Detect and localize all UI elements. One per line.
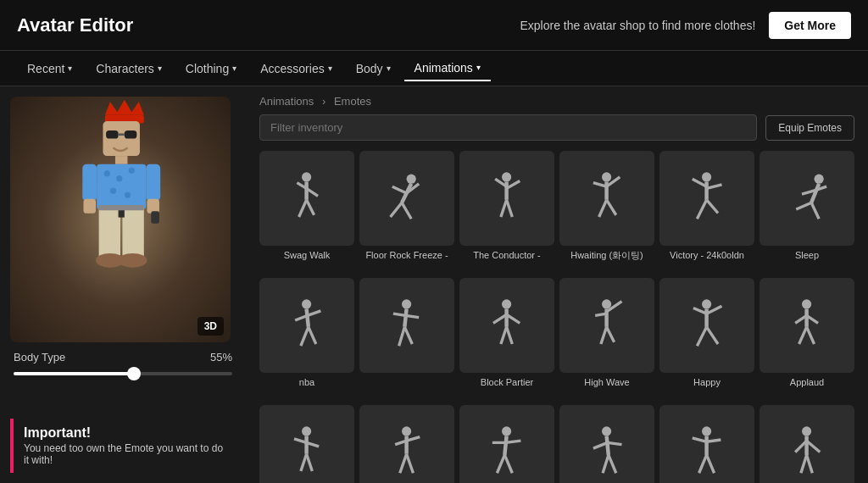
emote-block-partier[interactable]: Block Partier <box>459 278 554 400</box>
emote-card <box>359 278 454 373</box>
emote-row3-6[interactable] <box>760 405 854 483</box>
body-type-slider[interactable] <box>10 372 236 375</box>
emote-figure-icon <box>478 169 535 226</box>
svg-point-48 <box>702 173 711 182</box>
avatar-preview: 3D <box>10 97 231 342</box>
svg-point-9 <box>116 175 122 181</box>
emote-row3-2[interactable] <box>359 405 454 483</box>
emote-label: Sleep <box>795 249 819 273</box>
emotes-grid: Swag Walk Floor Rock Freeze - <box>259 151 854 483</box>
emote-label: Block Partier <box>481 376 533 400</box>
emote-swag-walk[interactable]: Swag Walk <box>259 151 354 273</box>
svg-point-12 <box>125 192 131 197</box>
svg-line-77 <box>507 327 513 344</box>
body-type-label: Body Type <box>14 351 65 364</box>
svg-line-106 <box>400 454 407 473</box>
app-title: Avatar Editor <box>17 14 133 36</box>
svg-line-82 <box>601 327 607 344</box>
svg-line-29 <box>307 200 314 215</box>
svg-line-70 <box>399 327 405 346</box>
notice-text: You need too own the Emote you want to d… <box>24 442 225 466</box>
emote-card <box>760 405 854 483</box>
emote-floor-rock[interactable]: Floor Rock Freeze - <box>359 151 454 273</box>
promo-text: Explore the avatar shop to find more clo… <box>520 19 755 32</box>
emote-label: Happy <box>693 376 721 400</box>
tab-characters[interactable]: Characters ▾ <box>86 57 171 80</box>
body-type-value: 55% <box>210 351 232 364</box>
svg-point-22 <box>119 253 147 268</box>
emote-row3-3[interactable] <box>459 405 554 483</box>
svg-line-80 <box>596 314 607 316</box>
svg-line-64 <box>301 327 309 346</box>
svg-line-105 <box>407 437 420 441</box>
svg-rect-18 <box>99 208 120 258</box>
svg-rect-23 <box>99 205 144 210</box>
svg-line-115 <box>607 436 609 455</box>
svg-line-124 <box>699 455 707 473</box>
svg-line-86 <box>693 308 707 314</box>
emote-nba[interactable]: nba <box>259 278 354 400</box>
svg-line-88 <box>698 327 707 346</box>
emote-card <box>459 151 554 246</box>
svg-line-34 <box>391 203 402 218</box>
emote-high-wave[interactable]: High Wave <box>559 278 654 400</box>
emote-figure-icon <box>678 169 735 226</box>
chevron-down-icon: ▾ <box>328 64 332 73</box>
tab-recent-label: Recent <box>27 62 64 75</box>
svg-line-100 <box>301 454 307 471</box>
filter-input[interactable] <box>259 114 757 141</box>
emote-figure-icon <box>378 169 435 226</box>
svg-point-11 <box>110 188 116 194</box>
svg-line-101 <box>307 454 313 471</box>
emote-card <box>760 151 854 246</box>
emote-empty1[interactable] <box>359 278 454 400</box>
svg-line-28 <box>299 200 307 217</box>
svg-point-30 <box>407 175 416 184</box>
get-more-button[interactable]: Get More <box>769 12 851 39</box>
breadcrumb-emotes[interactable]: Emotes <box>334 95 371 108</box>
emote-row3-4[interactable] <box>559 405 654 483</box>
emote-row3-1[interactable] <box>259 405 354 483</box>
svg-point-84 <box>702 300 711 309</box>
emote-card <box>559 405 654 483</box>
emote-card <box>459 278 554 373</box>
svg-line-41 <box>507 200 513 217</box>
svg-line-111 <box>506 441 521 443</box>
svg-point-66 <box>402 300 411 309</box>
emote-label: nba <box>299 376 314 400</box>
emote-row3-5[interactable] <box>659 405 754 483</box>
svg-line-117 <box>608 443 622 445</box>
svg-line-118 <box>604 455 609 473</box>
breadcrumb-animations[interactable]: Animations <box>259 95 314 108</box>
emote-conductor[interactable]: The Conductor - <box>459 151 554 273</box>
svg-point-126 <box>802 427 811 436</box>
svg-line-65 <box>309 327 316 344</box>
svg-point-60 <box>302 300 311 309</box>
filter-row: Equip Emotes <box>259 114 854 141</box>
emote-figure-icon <box>278 169 335 226</box>
tab-body[interactable]: Body ▾ <box>346 57 401 80</box>
header: Avatar Editor Explore the avatar shop to… <box>0 0 868 51</box>
tab-accessories[interactable]: Accessories ▾ <box>250 57 342 80</box>
svg-rect-3 <box>106 130 119 139</box>
svg-line-83 <box>607 327 615 342</box>
tab-recent[interactable]: Recent ▾ <box>17 57 82 80</box>
emote-hwaiting[interactable]: Hwaiting (화이팅) <box>559 151 654 273</box>
emote-happy[interactable]: Happy <box>659 278 754 400</box>
svg-line-58 <box>797 203 812 210</box>
equip-emotes-button[interactable]: Equip Emotes <box>765 115 854 141</box>
svg-rect-15 <box>146 164 160 202</box>
slider-thumb[interactable] <box>127 367 141 380</box>
tab-clothing[interactable]: Clothing ▾ <box>175 57 247 80</box>
emote-card <box>259 151 354 246</box>
svg-point-90 <box>802 300 811 309</box>
emote-sleep[interactable]: Sleep <box>760 151 854 273</box>
emote-figure-icon <box>778 297 835 353</box>
emote-label: Swag Walk <box>284 249 331 273</box>
emote-card <box>659 278 754 373</box>
emote-victory[interactable]: Victory - 24k0oldn <box>659 151 754 273</box>
svg-line-75 <box>507 315 520 324</box>
emote-applaud[interactable]: Applaud <box>760 278 854 400</box>
tab-animations[interactable]: Animations ▾ <box>404 56 491 81</box>
emote-figure-icon <box>578 424 635 480</box>
